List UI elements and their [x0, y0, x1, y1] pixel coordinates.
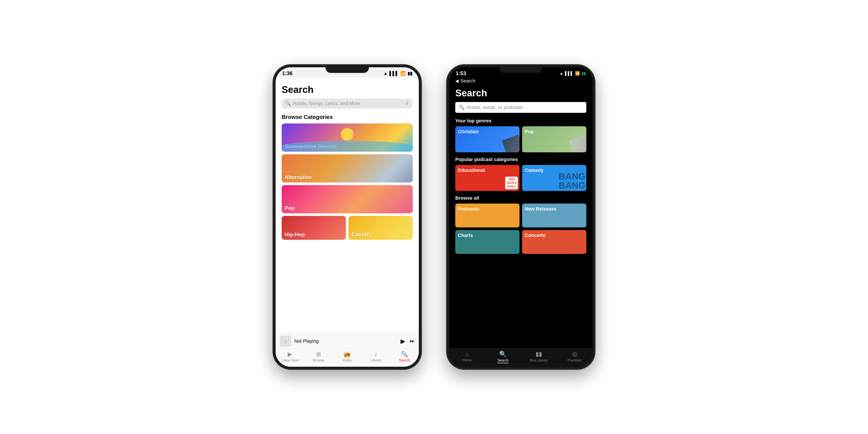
top-genres-row: Christian Pop	[455, 126, 586, 152]
category-alternative[interactable]: Alternative	[282, 154, 413, 183]
library-icon: ▮▮	[535, 350, 542, 358]
battery-icon: ▮▮	[582, 71, 586, 76]
search-icon: 🔍	[459, 104, 465, 110]
podcast-row: Educational TEDTALKSDAILY Comedy BANGBAN…	[455, 165, 586, 191]
tab-listen-now[interactable]: ▶ Listen Now	[276, 350, 304, 363]
tab-search-label: Search	[497, 359, 508, 363]
browse-label: Podcasts	[458, 206, 479, 212]
fast-forward-button[interactable]: ⏭	[410, 338, 414, 344]
status-icons: ▲ ▌▌▌ 📶 ▮▮	[559, 71, 586, 76]
search-icon: 🔍	[285, 101, 291, 106]
wifi-icon: 📶	[575, 71, 580, 76]
notch	[326, 65, 369, 73]
wave-decoration	[282, 141, 413, 152]
player-controls[interactable]: ▶ ⏭	[401, 338, 414, 345]
player-artwork: ♪	[280, 336, 291, 347]
genre-art-pop	[569, 135, 586, 152]
tab-listen-icon: ▶	[288, 351, 292, 358]
location-icon: ▲	[559, 71, 563, 76]
ted-talks-badge: TEDTALKSDAILY	[505, 177, 518, 189]
status-time: 1:53	[456, 70, 466, 76]
tab-browse[interactable]: ⊞ Browse	[304, 350, 333, 363]
tab-browse-label: Browse	[313, 359, 324, 362]
tab-library[interactable]: ▮▮ Your Library	[521, 350, 557, 363]
home-icon: ⌂	[465, 350, 469, 358]
tab-browse-icon: ⊞	[316, 351, 321, 358]
genre-pop[interactable]: Pop	[522, 126, 586, 152]
tab-library-label: Your Library	[529, 359, 548, 362]
search-bar[interactable]: 🔍 Artists, Songs, Lyrics, and More 🎙	[282, 98, 413, 108]
browse-row-2: Charts Concerts	[455, 230, 586, 254]
music-note-icon: ♪	[284, 338, 287, 344]
player-info: Not Playing	[294, 338, 398, 344]
genre-label: Pop	[525, 129, 534, 134]
tab-bar: ▶ Listen Now ⊞ Browse 📻 Radio ♪ Library …	[276, 348, 419, 367]
sun-decoration	[341, 128, 354, 141]
category-label: Alternative	[282, 172, 315, 183]
scroll-area: Search 🔍 Artists, Songs, Lyrics, and Mor…	[276, 78, 419, 367]
podcast-section-title: Popular podcast categories	[455, 157, 586, 162]
tab-radio[interactable]: 📻 Radio	[333, 350, 362, 363]
category-pop[interactable]: Pop	[282, 185, 413, 213]
apple-music-phone: 1:36 ▲ ▌▌▌ 📶 ▮▮ Search 🔍 Artists, Songs,…	[273, 65, 421, 369]
tab-bar: ⌂ Home 🔍 Search ▮▮ Your Library ◎ Premiu…	[449, 348, 592, 367]
search-input[interactable]: Artists, songs, or podcasts	[467, 104, 583, 110]
podcast-educational[interactable]: Educational TEDTALKSDAILY	[455, 165, 520, 191]
genre-art-christian	[502, 135, 520, 152]
battery-icon: ▮▮	[407, 71, 412, 76]
category-hiphop[interactable]: Hip-Hop	[282, 216, 346, 240]
tab-radio-icon: 📻	[344, 351, 351, 358]
play-button[interactable]: ▶	[401, 338, 405, 345]
tab-home-label: Home	[462, 358, 472, 362]
tab-home[interactable]: ⌂ Home	[449, 350, 485, 363]
location-icon: ▲	[383, 71, 388, 76]
sp-content: Search 🔍 Artists, songs, or podcasts You…	[449, 86, 592, 348]
tab-search[interactable]: 🔍 Search	[390, 350, 419, 363]
browse-podcasts[interactable]: Podcasts	[455, 204, 520, 227]
search-bar[interactable]: 🔍 Artists, songs, or podcasts	[455, 102, 586, 113]
notch	[499, 65, 542, 73]
tab-search-label: Search	[399, 359, 410, 362]
tab-radio-label: Radio	[343, 359, 352, 362]
browse-concerts[interactable]: Concerts	[522, 230, 586, 254]
category-label: Pop	[282, 203, 298, 213]
browse-new-releases[interactable]: New Releases	[522, 204, 586, 227]
status-icons: ▲ ▌▌▌ 📶 ▮▮	[383, 71, 412, 76]
browse-section-title: Browse Categories	[282, 114, 413, 120]
tab-search-icon: 🔍	[401, 351, 408, 358]
back-bar[interactable]: ◀ Search	[449, 78, 592, 86]
back-label[interactable]: Search	[460, 78, 475, 84]
search-icon: 🔍	[499, 350, 507, 358]
am-content: Search 🔍 Artists, Songs, Lyrics, and Mor…	[276, 78, 419, 333]
tab-listen-label: Listen Now	[281, 359, 299, 362]
genre-christian[interactable]: Christian	[455, 126, 520, 152]
signal-icon: ▌▌▌	[389, 71, 399, 76]
scroll-area: Search 🔍 Artists, songs, or podcasts You…	[449, 86, 592, 367]
now-playing-bar[interactable]: ♪ Not Playing ▶ ⏭	[276, 333, 419, 348]
search-input[interactable]: Artists, Songs, Lyrics, and More	[293, 101, 403, 106]
spotify-screen: 1:53 ▲ ▌▌▌ 📶 ▮▮ ◀ Search Search 🔍 Artist…	[449, 67, 592, 367]
category-country[interactable]: Country	[348, 216, 413, 240]
browse-label: Charts	[458, 232, 473, 238]
top-genres-section-title: Your top genres	[455, 118, 586, 124]
browse-row-1: Podcasts New Releases	[455, 204, 586, 227]
mic-icon: 🎙	[405, 101, 409, 106]
wifi-icon: 📶	[400, 71, 406, 76]
tab-library-icon: ♪	[375, 351, 377, 358]
spotify-icon: ◎	[572, 350, 577, 358]
tab-premium-label: Premium	[567, 359, 581, 362]
comedy-badge: BANGBANG	[559, 172, 586, 190]
tab-library[interactable]: ♪ Library	[362, 350, 390, 363]
not-playing-label: Not Playing	[294, 338, 319, 344]
browse-charts[interactable]: Charts	[455, 230, 520, 254]
category-label: Country	[348, 229, 375, 240]
browse-label: New Releases	[525, 206, 557, 212]
tab-search[interactable]: 🔍 Search	[485, 350, 521, 363]
status-time: 1:36	[282, 70, 292, 76]
podcast-comedy[interactable]: Comedy BANGBANG	[522, 165, 586, 191]
category-summertime[interactable]: Summertime Sounds	[282, 123, 413, 152]
browse-all-section-title: Browse all	[455, 195, 586, 201]
category-label: Hip-Hop	[282, 229, 308, 240]
page-title: Search	[282, 84, 413, 95]
tab-premium[interactable]: ◎ Premium	[557, 350, 592, 363]
